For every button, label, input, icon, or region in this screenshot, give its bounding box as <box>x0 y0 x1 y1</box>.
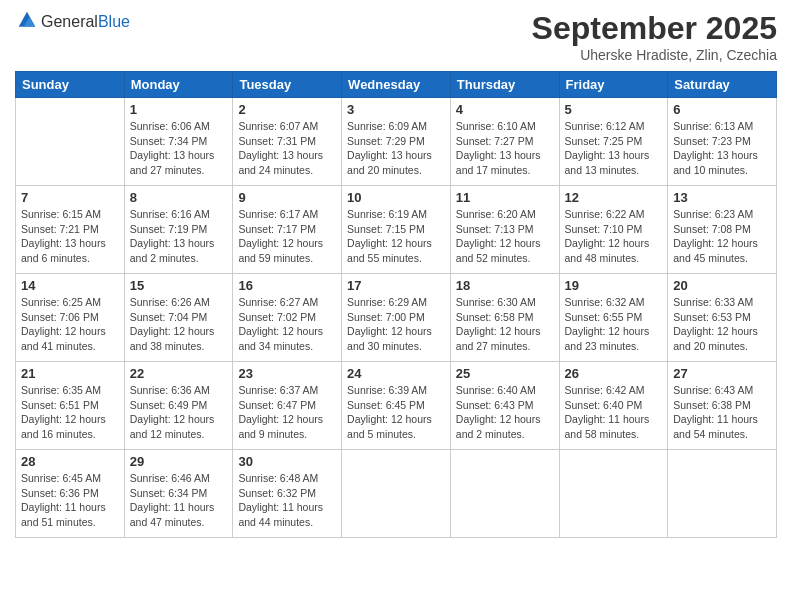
day-number: 2 <box>238 102 336 117</box>
day-info-line: Sunset: 6:40 PM <box>565 399 643 411</box>
day-number: 21 <box>21 366 119 381</box>
day-info-line: Sunrise: 6:40 AM <box>456 384 536 396</box>
day-info: Sunrise: 6:06 AMSunset: 7:34 PMDaylight:… <box>130 119 228 178</box>
week-row-5: 28Sunrise: 6:45 AMSunset: 6:36 PMDayligh… <box>16 450 777 538</box>
day-info: Sunrise: 6:07 AMSunset: 7:31 PMDaylight:… <box>238 119 336 178</box>
day-info-line: and 44 minutes. <box>238 516 313 528</box>
day-info-line: Sunrise: 6:22 AM <box>565 208 645 220</box>
day-cell: 1Sunrise: 6:06 AMSunset: 7:34 PMDaylight… <box>124 98 233 186</box>
day-info-line: Sunset: 7:31 PM <box>238 135 316 147</box>
day-info-line: and 9 minutes. <box>238 428 307 440</box>
day-cell: 14Sunrise: 6:25 AMSunset: 7:06 PMDayligh… <box>16 274 125 362</box>
day-info-line: Sunrise: 6:13 AM <box>673 120 753 132</box>
day-info-line: and 17 minutes. <box>456 164 531 176</box>
day-info-line: and 6 minutes. <box>21 252 90 264</box>
day-number: 23 <box>238 366 336 381</box>
day-info-line: Sunrise: 6:26 AM <box>130 296 210 308</box>
day-info-line: Daylight: 12 hours <box>238 413 323 425</box>
day-number: 3 <box>347 102 445 117</box>
day-info-line: Sunset: 7:08 PM <box>673 223 751 235</box>
day-cell <box>450 450 559 538</box>
day-number: 8 <box>130 190 228 205</box>
day-cell: 29Sunrise: 6:46 AMSunset: 6:34 PMDayligh… <box>124 450 233 538</box>
day-cell: 6Sunrise: 6:13 AMSunset: 7:23 PMDaylight… <box>668 98 777 186</box>
day-number: 13 <box>673 190 771 205</box>
day-info: Sunrise: 6:13 AMSunset: 7:23 PMDaylight:… <box>673 119 771 178</box>
day-info-line: and 10 minutes. <box>673 164 748 176</box>
day-cell: 25Sunrise: 6:40 AMSunset: 6:43 PMDayligh… <box>450 362 559 450</box>
day-info: Sunrise: 6:42 AMSunset: 6:40 PMDaylight:… <box>565 383 663 442</box>
day-info-line: and 30 minutes. <box>347 340 422 352</box>
day-number: 19 <box>565 278 663 293</box>
day-info-line: Sunrise: 6:30 AM <box>456 296 536 308</box>
day-info-line: and 58 minutes. <box>565 428 640 440</box>
day-info-line: Daylight: 12 hours <box>673 325 758 337</box>
day-info-line: Sunrise: 6:06 AM <box>130 120 210 132</box>
day-number: 24 <box>347 366 445 381</box>
day-info: Sunrise: 6:10 AMSunset: 7:27 PMDaylight:… <box>456 119 554 178</box>
title-section: September 2025 Uherske Hradiste, Zlin, C… <box>532 10 777 63</box>
day-info-line: and 45 minutes. <box>673 252 748 264</box>
day-info-line: and 5 minutes. <box>347 428 416 440</box>
day-info: Sunrise: 6:45 AMSunset: 6:36 PMDaylight:… <box>21 471 119 530</box>
day-info-line: Sunrise: 6:23 AM <box>673 208 753 220</box>
day-info-line: and 16 minutes. <box>21 428 96 440</box>
day-info-line: Sunset: 7:15 PM <box>347 223 425 235</box>
day-info-line: Daylight: 13 hours <box>238 149 323 161</box>
day-cell: 11Sunrise: 6:20 AMSunset: 7:13 PMDayligh… <box>450 186 559 274</box>
day-info: Sunrise: 6:23 AMSunset: 7:08 PMDaylight:… <box>673 207 771 266</box>
day-cell: 24Sunrise: 6:39 AMSunset: 6:45 PMDayligh… <box>342 362 451 450</box>
day-number: 25 <box>456 366 554 381</box>
logo-general: General <box>41 13 98 30</box>
day-info: Sunrise: 6:22 AMSunset: 7:10 PMDaylight:… <box>565 207 663 266</box>
day-info-line: Sunset: 7:21 PM <box>21 223 99 235</box>
day-info-line: Daylight: 11 hours <box>21 501 106 513</box>
day-info-line: Sunset: 6:34 PM <box>130 487 208 499</box>
day-info: Sunrise: 6:29 AMSunset: 7:00 PMDaylight:… <box>347 295 445 354</box>
day-info-line: Sunrise: 6:25 AM <box>21 296 101 308</box>
day-info-line: Sunset: 7:00 PM <box>347 311 425 323</box>
day-info-line: Daylight: 13 hours <box>347 149 432 161</box>
day-cell: 26Sunrise: 6:42 AMSunset: 6:40 PMDayligh… <box>559 362 668 450</box>
day-number: 22 <box>130 366 228 381</box>
day-info-line: Sunset: 6:43 PM <box>456 399 534 411</box>
day-info-line: Sunrise: 6:17 AM <box>238 208 318 220</box>
day-info-line: Sunrise: 6:29 AM <box>347 296 427 308</box>
day-info: Sunrise: 6:39 AMSunset: 6:45 PMDaylight:… <box>347 383 445 442</box>
day-cell: 10Sunrise: 6:19 AMSunset: 7:15 PMDayligh… <box>342 186 451 274</box>
day-info-line: and 55 minutes. <box>347 252 422 264</box>
header: GeneralBlue September 2025 Uherske Hradi… <box>15 10 777 63</box>
day-info-line: and 12 minutes. <box>130 428 205 440</box>
day-cell <box>16 98 125 186</box>
day-info-line: and 2 minutes. <box>130 252 199 264</box>
day-number: 7 <box>21 190 119 205</box>
day-info-line: Daylight: 11 hours <box>238 501 323 513</box>
week-row-2: 7Sunrise: 6:15 AMSunset: 7:21 PMDaylight… <box>16 186 777 274</box>
day-info-line: Sunset: 7:19 PM <box>130 223 208 235</box>
weekday-thursday: Thursday <box>450 72 559 98</box>
day-info-line: Daylight: 13 hours <box>130 237 215 249</box>
day-number: 20 <box>673 278 771 293</box>
day-cell: 22Sunrise: 6:36 AMSunset: 6:49 PMDayligh… <box>124 362 233 450</box>
day-info-line: Sunrise: 6:09 AM <box>347 120 427 132</box>
day-info-line: and 47 minutes. <box>130 516 205 528</box>
day-number: 12 <box>565 190 663 205</box>
day-info-line: Daylight: 12 hours <box>347 325 432 337</box>
day-number: 6 <box>673 102 771 117</box>
day-info-line: and 59 minutes. <box>238 252 313 264</box>
day-info: Sunrise: 6:19 AMSunset: 7:15 PMDaylight:… <box>347 207 445 266</box>
day-info: Sunrise: 6:16 AMSunset: 7:19 PMDaylight:… <box>130 207 228 266</box>
day-info-line: Daylight: 13 hours <box>21 237 106 249</box>
day-info-line: Daylight: 12 hours <box>456 237 541 249</box>
day-cell: 21Sunrise: 6:35 AMSunset: 6:51 PMDayligh… <box>16 362 125 450</box>
day-info: Sunrise: 6:30 AMSunset: 6:58 PMDaylight:… <box>456 295 554 354</box>
day-info-line: and 20 minutes. <box>347 164 422 176</box>
day-info: Sunrise: 6:17 AMSunset: 7:17 PMDaylight:… <box>238 207 336 266</box>
day-info-line: Daylight: 13 hours <box>673 149 758 161</box>
day-info-line: Daylight: 12 hours <box>21 325 106 337</box>
day-cell: 23Sunrise: 6:37 AMSunset: 6:47 PMDayligh… <box>233 362 342 450</box>
day-number: 5 <box>565 102 663 117</box>
day-info-line: Daylight: 12 hours <box>565 325 650 337</box>
day-info-line: Sunrise: 6:42 AM <box>565 384 645 396</box>
day-info-line: and 51 minutes. <box>21 516 96 528</box>
